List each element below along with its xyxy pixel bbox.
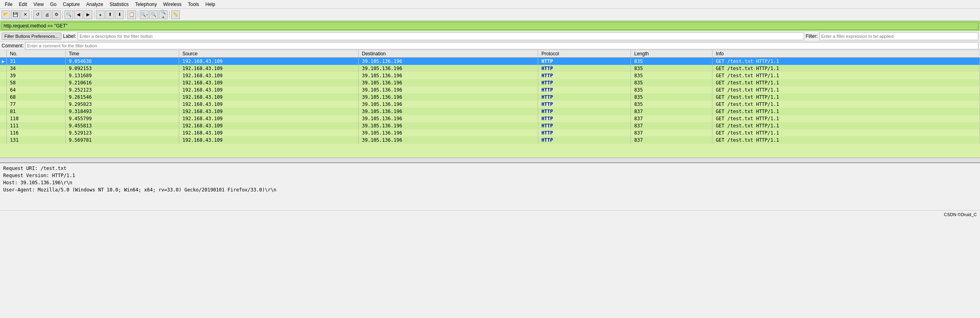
cell-info: GET /test.txt HTTP/1.1 xyxy=(713,122,980,129)
toolbar-capture-down[interactable]: ⬇ xyxy=(115,10,124,19)
menu-help[interactable]: Help xyxy=(202,1,219,8)
row-arrow xyxy=(0,94,7,101)
row-arrow xyxy=(0,72,7,79)
table-row[interactable]: 589.210616192.168.43.10939.105.136.196HT… xyxy=(0,79,980,86)
cell-dest: 39.105.136.196 xyxy=(359,86,538,94)
cell-no: 81 xyxy=(7,108,66,115)
menu-tools[interactable]: Tools xyxy=(185,1,202,8)
col-source[interactable]: Source xyxy=(179,50,359,58)
cell-len: 835 xyxy=(631,58,713,65)
table-row[interactable]: 349.092153192.168.43.10939.105.136.196HT… xyxy=(0,65,980,72)
col-no[interactable]: No. xyxy=(7,50,66,58)
packet-detail-area: Request URI: /test.txtRequest Version: H… xyxy=(0,162,980,210)
cell-len: 837 xyxy=(631,115,713,122)
cell-len: 835 xyxy=(631,94,713,101)
toolbar-sep-4 xyxy=(125,11,126,19)
cell-source: 192.168.43.109 xyxy=(179,101,359,108)
detail-line: User-Agent: Mozilla/5.0 (Windows NT 10.0… xyxy=(3,186,977,193)
col-length[interactable]: Length xyxy=(631,50,713,58)
cell-info: GET /test.txt HTTP/1.1 xyxy=(713,86,980,94)
table-row[interactable]: ▶319.054636192.168.43.10939.105.136.196H… xyxy=(0,58,980,65)
cell-dest: 39.105.136.196 xyxy=(359,129,538,137)
cell-source: 192.168.43.109 xyxy=(179,115,359,122)
menu-wireless[interactable]: Wireless xyxy=(160,1,185,8)
toolbar-forward[interactable]: ▶ xyxy=(84,10,92,19)
cell-proto: HTTP xyxy=(538,94,631,101)
comment-input[interactable] xyxy=(25,42,978,49)
toolbar-settings[interactable]: ⚙ xyxy=(52,10,61,19)
cell-proto: HTTP xyxy=(538,72,631,79)
cell-no: 39 xyxy=(7,72,66,79)
cell-source: 192.168.43.109 xyxy=(179,108,359,115)
cell-proto: HTTP xyxy=(538,137,631,144)
filter-expression-input[interactable] xyxy=(819,32,978,40)
filter-label: Filter: xyxy=(806,33,818,39)
table-row[interactable]: 689.261546192.168.43.10939.105.136.196HT… xyxy=(0,94,980,101)
col-destination[interactable]: Destination xyxy=(359,50,538,58)
table-row[interactable]: 779.295823192.168.43.10939.105.136.196HT… xyxy=(0,101,980,108)
toolbar-zoom-reset[interactable]: 🔍 xyxy=(149,10,158,19)
table-header-row: No. Time Source Destination Protocol Len… xyxy=(0,50,980,58)
table-row[interactable]: 1319.569781192.168.43.10939.105.136.196H… xyxy=(0,137,980,144)
menu-edit[interactable]: Edit xyxy=(16,1,30,8)
cell-no: 31 xyxy=(7,58,66,65)
packet-table-container: No. Time Source Destination Protocol Len… xyxy=(0,50,980,158)
cell-source: 192.168.43.109 xyxy=(179,122,359,129)
cell-info: GET /test.txt HTTP/1.1 xyxy=(713,137,980,144)
cell-time: 9.569781 xyxy=(65,137,179,144)
table-row[interactable]: 649.252123192.168.43.10939.105.136.196HT… xyxy=(0,86,980,94)
row-arrow xyxy=(0,86,7,94)
cell-info: GET /test.txt HTTP/1.1 xyxy=(713,72,980,79)
menu-file[interactable]: File xyxy=(2,1,16,8)
cell-len: 837 xyxy=(631,122,713,129)
toolbar-capture-start[interactable]: ● xyxy=(96,10,105,19)
menu-go[interactable]: Go xyxy=(47,1,60,8)
toolbar-zoom-in[interactable]: 🔍+ xyxy=(159,10,168,19)
toolbar-back[interactable]: ◀ xyxy=(74,10,83,19)
toolbar-search[interactable]: 🔍 xyxy=(64,10,73,19)
table-row[interactable]: 819.318493192.168.43.10939.105.136.196HT… xyxy=(0,108,980,115)
cell-proto: HTTP xyxy=(538,115,631,122)
menu-statistics[interactable]: Statistics xyxy=(106,1,132,8)
status-text: CSDN ©Druid_C xyxy=(944,212,977,217)
label-input[interactable] xyxy=(78,32,804,40)
toolbar-capture-up[interactable]: ⬆ xyxy=(105,10,114,19)
menu-capture[interactable]: Capture xyxy=(60,1,83,8)
filter-buttons-preferences-button[interactable]: Filter Buttons Preferences... xyxy=(2,33,61,40)
table-row[interactable]: 1119.455813192.168.43.10939.105.136.196H… xyxy=(0,122,980,129)
table-row[interactable]: 1169.529123192.168.43.10939.105.136.196H… xyxy=(0,129,980,137)
display-filter-input[interactable] xyxy=(2,22,978,30)
toolbar-notes[interactable]: 📋 xyxy=(127,10,136,19)
cell-dest: 39.105.136.196 xyxy=(359,108,538,115)
cell-dest: 39.105.136.196 xyxy=(359,115,538,122)
cell-len: 837 xyxy=(631,108,713,115)
toolbar-save[interactable]: 💾 xyxy=(11,10,20,19)
menu-telephony[interactable]: Telephony xyxy=(132,1,160,8)
table-row[interactable]: 1109.455799192.168.43.10939.105.136.196H… xyxy=(0,115,980,122)
cell-proto: HTTP xyxy=(538,79,631,86)
toolbar-ruler[interactable]: 📏 xyxy=(171,10,180,19)
toolbar-sep-6 xyxy=(169,11,170,19)
menu-view[interactable]: View xyxy=(30,1,47,8)
cell-time: 9.092153 xyxy=(65,65,179,72)
cell-dest: 39.105.136.196 xyxy=(359,65,538,72)
detail-line: Host: 39.105.136.196\r\n xyxy=(3,179,977,186)
row-arrow: ▶ xyxy=(0,58,7,65)
toolbar-open[interactable]: 📂 xyxy=(2,10,10,19)
table-row[interactable]: 399.131689192.168.43.10939.105.136.196HT… xyxy=(0,72,980,79)
menu-analyze[interactable]: Analyze xyxy=(83,1,107,8)
cell-proto: HTTP xyxy=(538,65,631,72)
toolbar-reload[interactable]: ↺ xyxy=(33,10,42,19)
horizontal-scrollbar[interactable] xyxy=(0,158,980,162)
packet-table: No. Time Source Destination Protocol Len… xyxy=(0,50,980,144)
col-time[interactable]: Time xyxy=(65,50,179,58)
toolbar-zoom-out[interactable]: 🔍- xyxy=(140,10,148,19)
cell-no: 64 xyxy=(7,86,66,94)
col-info[interactable]: Info xyxy=(713,50,980,58)
toolbar-close[interactable]: ✕ xyxy=(21,10,29,19)
col-protocol[interactable]: Protocol xyxy=(538,50,631,58)
toolbar-print[interactable]: 🖨 xyxy=(43,10,51,19)
cell-no: 111 xyxy=(7,122,66,129)
cell-no: 116 xyxy=(7,129,66,137)
toolbar-sep-5 xyxy=(138,11,138,19)
